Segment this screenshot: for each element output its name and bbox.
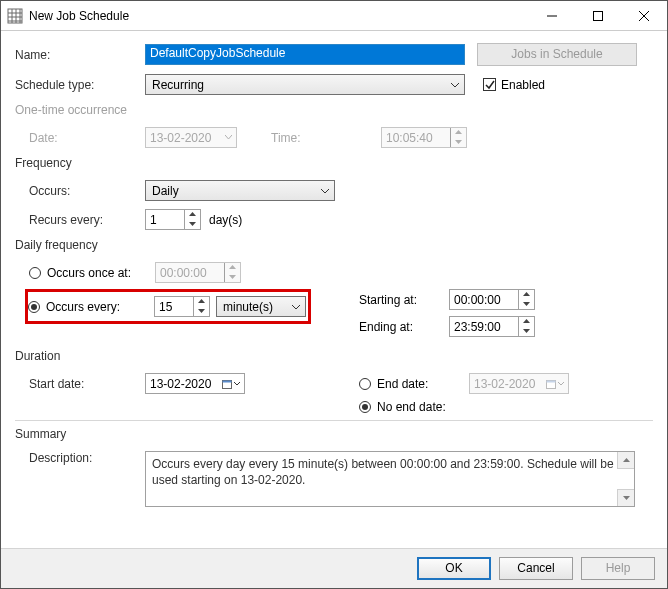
cancel-button[interactable]: Cancel [499,557,573,580]
schedule-type-select[interactable]: Recurring [145,74,465,95]
spinner-arrows-icon[interactable] [193,297,209,316]
window-title: New Job Schedule [29,9,529,23]
recurs-value-input[interactable]: 1 [145,209,201,230]
jobs-in-schedule-button: Jobs in Schedule [477,43,637,66]
minimize-button[interactable] [529,1,575,31]
titlebar: New Job Schedule [1,1,667,31]
svg-rect-14 [547,380,556,382]
ending-at-value: 23:59:00 [454,320,501,334]
scroll-up-icon[interactable] [617,452,634,469]
daily-freq-legend: Daily frequency [15,238,653,252]
radio-icon [28,301,40,313]
end-date-radio[interactable]: End date: [359,377,469,391]
start-date-value: 13-02-2020 [150,377,211,391]
schedule-type-value: Recurring [152,78,204,92]
description-text: Occurs every day every 15 minute(s) betw… [152,457,614,487]
one-time-date-value: 13-02-2020 [150,131,211,145]
no-end-date-radio[interactable]: No end date: [359,400,446,414]
svg-rect-12 [223,380,232,382]
end-date-input: 13-02-2020 [469,373,569,394]
radio-icon [29,267,41,279]
starting-at-label: Starting at: [359,293,449,307]
occurs-once-time-input: 00:00:00 [155,262,241,283]
maximize-button[interactable] [575,1,621,31]
occurs-every-highlight: Occurs every: 15 minute(s) [25,289,311,324]
spinner-arrows-icon [450,128,466,147]
name-label: Name: [15,48,145,62]
one-time-time-input: 10:05:40 [381,127,467,148]
dialog-window: New Job Schedule Name: DefaultCopyJobSch… [0,0,668,589]
occurs-select[interactable]: Daily [145,180,335,201]
one-time-date-input: 13-02-2020 [145,127,237,148]
one-time-time-label: Time: [271,131,381,145]
radio-icon [359,401,371,413]
starting-at-input[interactable]: 00:00:00 [449,289,535,310]
occurs-every-radio[interactable]: Occurs every: [28,300,154,314]
spinner-arrows-icon[interactable] [518,290,534,309]
schedule-type-label: Schedule type: [15,78,145,92]
help-button: Help [581,557,655,580]
no-end-date-label: No end date: [377,400,446,414]
scroll-down-icon[interactable] [617,489,634,506]
name-input[interactable]: DefaultCopyJobSchedule [145,44,465,65]
calendar-icon [546,379,564,389]
frequency-legend: Frequency [15,156,653,170]
radio-icon [359,378,371,390]
duration-legend: Duration [15,349,653,363]
chevron-down-icon [451,81,459,89]
occurs-once-value: 00:00:00 [160,266,207,280]
one-time-legend: One-time occurrence [15,103,653,117]
dialog-footer: OK Cancel Help [1,548,667,588]
occurs-once-radio[interactable]: Occurs once at: [29,266,155,280]
occurs-every-value-input[interactable]: 15 [154,296,210,317]
start-date-label: Start date: [29,377,145,391]
ok-button[interactable]: OK [417,557,491,580]
enabled-label: Enabled [501,78,545,92]
start-date-input[interactable]: 13-02-2020 [145,373,245,394]
ending-at-input[interactable]: 23:59:00 [449,316,535,337]
description-textarea[interactable]: Occurs every day every 15 minute(s) betw… [145,451,635,507]
recurs-label: Recurs every: [29,213,145,227]
summary-legend: Summary [15,427,653,441]
svg-rect-8 [594,11,603,20]
occurs-value: Daily [152,184,179,198]
spinner-arrows-icon[interactable] [518,317,534,336]
spinner-arrows-icon[interactable] [184,210,200,229]
recurs-value: 1 [150,213,157,227]
check-icon [483,78,496,91]
calendar-icon [222,379,240,389]
chevron-down-icon [225,134,232,141]
end-date-value: 13-02-2020 [474,377,535,391]
occurs-every-value: 15 [159,300,172,314]
chevron-down-icon [292,303,300,311]
occurs-every-unit-select[interactable]: minute(s) [216,296,306,317]
enabled-checkbox[interactable]: Enabled [483,78,545,92]
schedule-icon [7,8,23,24]
ending-at-label: Ending at: [359,320,449,334]
close-button[interactable] [621,1,667,31]
occurs-label: Occurs: [29,184,145,198]
recurs-unit: day(s) [209,213,242,227]
end-date-label: End date: [377,377,428,391]
occurs-every-label: Occurs every: [46,300,120,314]
one-time-time-value: 10:05:40 [386,131,433,145]
one-time-date-label: Date: [29,131,145,145]
description-label: Description: [29,451,145,465]
starting-at-value: 00:00:00 [454,293,501,307]
spinner-arrows-icon [224,263,240,282]
chevron-down-icon [321,187,329,195]
occurs-every-unit: minute(s) [223,300,273,314]
occurs-once-label: Occurs once at: [47,266,131,280]
